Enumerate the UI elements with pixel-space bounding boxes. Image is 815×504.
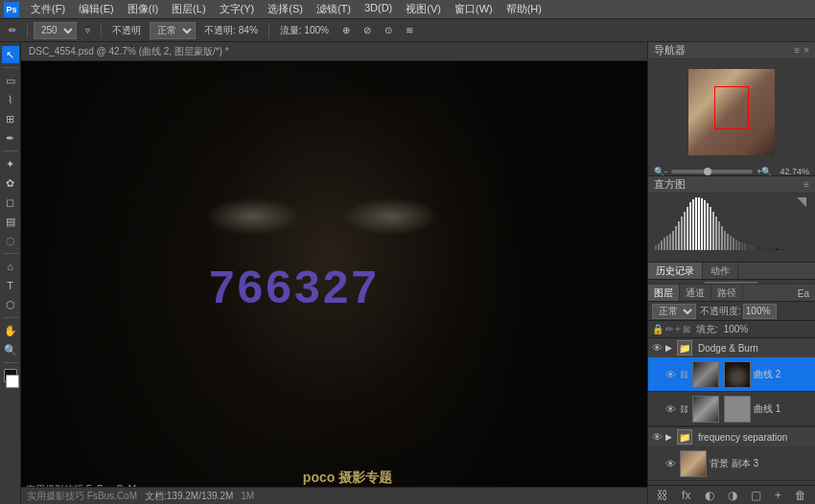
menu-filter[interactable]: 滤镜(T) [311,1,357,17]
tool-marquee[interactable]: ▭ [2,72,19,89]
tool-gradient[interactable]: ▤ [2,213,19,230]
group-expand-icon[interactable]: ▶ [665,343,672,353]
layer-new-btn[interactable]: + [775,489,781,502]
zoom-slider-thumb[interactable] [704,168,711,175]
tool-sep-2 [3,150,18,151]
tool-lasso[interactable]: ⌇ [2,91,19,108]
menu-help[interactable]: 帮助(H) [501,1,547,17]
zoom-slider[interactable] [671,170,753,173]
svg-rect-34 [753,245,755,250]
lock-position-icon[interactable]: + [675,324,681,334]
layer-item-bg3[interactable]: 👁 背景 副本 3 [648,447,815,481]
tool-background-color[interactable] [6,375,19,388]
layer-group-header-dodge[interactable]: 👁 ▶ 📁 Dodge & Burn [648,338,815,357]
group-folder-icon: 📁 [677,340,692,355]
layer-group-btn[interactable]: ▢ [751,489,761,502]
layers-tabs: 图层 通道 路径 [648,285,815,302]
svg-rect-2 [661,241,663,250]
tool-crop[interactable]: ⊞ [2,110,19,127]
tab-channels[interactable]: 通道 [680,285,711,301]
layer-name-bg3: 背景 副本 3 [710,457,811,470]
menu-text[interactable]: 文字(Y) [214,1,261,17]
svg-rect-12 [689,202,691,250]
opacity-input[interactable] [743,304,777,319]
tool-move[interactable]: ↖ [2,46,19,63]
tool-brush[interactable]: ✦ [2,155,19,172]
layer-vis-curve1[interactable]: 👁 [664,403,677,415]
layer-vis-bg3[interactable]: 👁 [664,458,677,470]
group-expand-icon-freq[interactable]: ▶ [665,432,672,442]
layer-link-curve1[interactable]: ⛓ [680,404,689,414]
tool-brush-icon[interactable]: ✏ [4,24,21,36]
menu-window[interactable]: 窗口(W) [449,1,499,17]
svg-rect-18 [707,203,709,250]
left-toolbox: ↖ ▭ ⌇ ⊞ ✒ ✦ ✿ ◻ ▤ ◌ ⌂ T ⬡ ✋ 🔍 [0,42,21,504]
tool-hand[interactable]: ✋ [2,322,19,339]
group-vis-icon[interactable]: 👁 [652,342,663,354]
layer-mask-btn[interactable]: ◐ [705,489,714,502]
layer-fx-btn[interactable]: fx [682,489,690,502]
history-tabs: 历史记录 动作 [648,263,815,280]
tool-eraser[interactable]: ◻ [2,194,19,211]
menu-bar: Ps 文件(F) 编辑(E) 图像(I) 图层(L) 文字(Y) 选择(S) 滤… [0,0,815,19]
tool-text[interactable]: T [2,277,19,294]
tool-clone[interactable]: ✿ [2,174,19,192]
layer-group-dodge-burn: 👁 ▶ 📁 Dodge & Burn 👁 ⛓ 曲线 2 👁 ⛓ [648,338,815,427]
toolbar-angle[interactable]: ⊙ [380,24,397,36]
layer-mask-img-curve1 [725,397,750,422]
navigator-thumbnail[interactable] [688,69,775,155]
layer-adjustment-btn[interactable]: ◑ [728,489,737,502]
layer-link-btn[interactable]: ⛓ [657,489,668,502]
svg-rect-7 [675,226,677,250]
layer-name-curve2: 曲线 2 [754,368,811,381]
tab-history[interactable]: 历史记录 [648,263,703,279]
navigator-close-icon[interactable]: × [803,45,809,56]
group-vis-icon-freq[interactable]: 👁 [652,431,663,443]
svg-rect-17 [704,200,706,250]
svg-rect-6 [672,231,674,250]
tool-zoom[interactable]: 🔍 [2,341,19,358]
menu-edit[interactable]: 编辑(E) [73,1,120,17]
tool-shape[interactable]: ⬡ [2,296,19,313]
layer-item-curve2[interactable]: 👁 ⛓ 曲线 2 [648,357,815,392]
brush-size-select[interactable]: 250 [34,22,77,39]
layer-thumb-curve2 [692,361,719,388]
toolbar-airbrush[interactable]: ⊕ [338,24,355,36]
menu-file[interactable]: 文件(F) [25,1,71,17]
svg-rect-14 [695,197,697,250]
mode-select[interactable]: 正常 [150,22,196,39]
layers-controls: 正常 不透明度: [648,302,815,321]
tab-layers[interactable]: 图层 [648,285,680,301]
lock-image-icon[interactable]: ✏ [665,324,673,334]
toolbar-extra[interactable]: ⊘ [359,24,376,36]
canvas-tab-title: DSC_4554.psd @ 42.7% (曲线 2, 图层蒙版/*) * [29,45,229,58]
blend-mode-select[interactable]: 正常 [652,304,696,319]
navigator-menu-icon[interactable]: ≡ [794,45,800,56]
layer-delete-btn[interactable]: 🗑 [795,489,806,502]
tab-actions[interactable]: 动作 [703,263,738,279]
tab-paths[interactable]: 路径 [711,285,743,301]
menu-view[interactable]: 视图(V) [400,1,447,17]
menu-3d[interactable]: 3D(D) [359,1,398,17]
menu-image[interactable]: 图像(I) [122,1,164,17]
layer-item-curve1[interactable]: 👁 ⛓ 曲线 1 [648,392,815,426]
menu-layer[interactable]: 图层(L) [166,1,211,17]
layer-vis-curve2[interactable]: 👁 [664,369,677,380]
tool-dodge[interactable]: ◌ [2,232,19,249]
layer-link-curve2[interactable]: ⛓ [680,370,689,379]
tool-pen[interactable]: ⌂ [2,258,19,275]
menu-select[interactable]: 选择(S) [262,1,309,17]
zoom-in-icon[interactable]: +🔍 [757,167,772,176]
toolbar-smoothing[interactable]: ≋ [401,24,418,36]
navigator-icons: ≡ × [794,45,809,56]
canvas-content[interactable]: 766327 poco 摄影专题 http://photo.poco.cn/ 实… [21,61,647,504]
group-folder-icon-freq: 📁 [677,429,692,445]
tool-eyedropper[interactable]: ✒ [2,129,19,147]
histogram-menu-icon[interactable]: ≡ [803,179,809,190]
layer-group-header-freq[interactable]: 👁 ▶ 📁 frequency separation [648,427,815,447]
toolbar-divider-3 [268,23,269,38]
lock-all-icon[interactable]: ⊠ [683,324,690,334]
tool-sep-5 [3,362,18,363]
zoom-out-icon[interactable]: 🔍- [654,167,667,176]
lock-transparent-icon[interactable]: 🔒 [652,324,664,334]
